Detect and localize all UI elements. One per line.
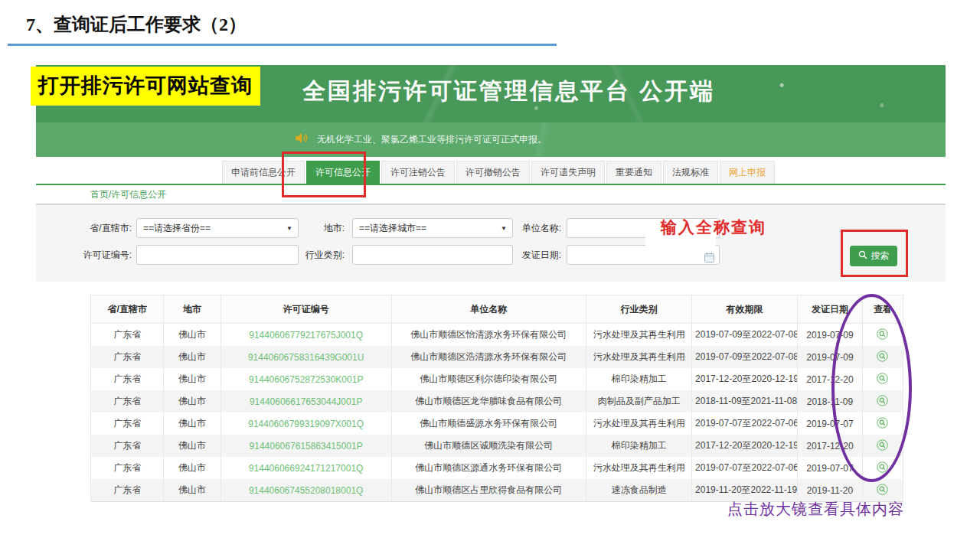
announcement-text: 无机化学工业、聚氯乙烯工业等排污许可证可正式申报。: [317, 133, 547, 146]
chevron-down-icon: ▼: [286, 220, 292, 238]
city-select[interactable]: ==请选择城市==▼: [352, 218, 513, 238]
column-header: 行业类别: [586, 295, 692, 324]
cell-company: 佛山市顺德盛源水务环保有限公司: [391, 412, 586, 435]
cell-company: 佛山市顺德区怡清源水务环保有限公司: [391, 324, 586, 347]
table-row: 广东省佛山市914406067615863415001P佛山市顺德区诚顺洗染有限…: [91, 435, 903, 457]
issue-date-label: 发证日期:: [508, 245, 561, 265]
issue-date-input[interactable]: [567, 245, 720, 265]
province-select[interactable]: ==请选择省份==▼: [136, 218, 299, 238]
table-row: 广东省佛山市91440606617653044J001P佛山市顺德区龙华腊味食品…: [91, 390, 903, 412]
permit-no-link[interactable]: 91440606752872530K001P: [220, 368, 391, 390]
cell-industry: 污水处理及其再生利用: [586, 457, 692, 479]
cell-industry: 棉印染精加工: [586, 368, 692, 390]
cell-validity: 2018-11-09至2021-11-08: [692, 390, 798, 412]
title-underline: [8, 44, 557, 46]
breadcrumb[interactable]: 首页/许可信息公开: [90, 188, 166, 201]
purple-ellipse-view-column: [831, 294, 912, 482]
cell-city: 佛山市: [164, 390, 220, 412]
search-form: 省/直辖市: ==请选择省份==▼ 地市: ==请选择城市==▼ 单位名称: 许…: [36, 205, 946, 282]
cell-industry: 肉制品及副产品加工: [586, 390, 692, 412]
breadcrumb-band: 首页/许可信息公开: [36, 185, 946, 205]
results-table-head: 省/直辖市地市许可证编号单位名称行业类别有效期限发证日期查看: [91, 295, 903, 324]
chevron-down-icon: ▼: [501, 220, 507, 238]
cell-company: 佛山市顺德区龙华腊味食品有限公司: [391, 390, 586, 412]
tab-3[interactable]: 许可撤销公告: [456, 161, 530, 184]
industry-input[interactable]: [352, 245, 513, 265]
cell-province: 广东省: [91, 412, 164, 435]
tab-5[interactable]: 重要通知: [606, 161, 662, 184]
cell-province: 广东省: [91, 324, 164, 347]
speaker-icon: [295, 132, 309, 147]
announcement-bar: 无机化学工业、聚氯乙烯工业等排污许可证可正式申报。: [36, 122, 946, 157]
callout-magnifier: 点击放大镜查看具体内容: [727, 499, 904, 520]
calendar-icon[interactable]: [704, 250, 714, 269]
permit-no-label: 许可证编号:: [55, 245, 132, 265]
permit-no-link[interactable]: 914406067615863415001P: [220, 435, 391, 457]
permit-no-link[interactable]: 91440606799319097X001Q: [220, 412, 391, 435]
cell-city: 佛山市: [164, 435, 220, 457]
table-row: 广东省佛山市914406066924171217001Q佛山市顺德区源通水务环保…: [91, 457, 903, 479]
table-row: 广东省佛山市91440606799319097X001Q佛山市顺德盛源水务环保有…: [91, 412, 903, 435]
cell-province: 广东省: [91, 479, 164, 502]
cell-industry: 棉印染精加工: [586, 435, 692, 457]
red-box-active-tab: [282, 152, 366, 197]
table-row: 广东省佛山市91440606779217675J001Q佛山市顺德区怡清源水务环…: [91, 324, 903, 347]
cell-city: 佛山市: [164, 479, 220, 502]
cell-validity: 2019-07-07至2022-07-06: [692, 457, 798, 479]
portal-title: 全国排污许可证管理信息平台 公开端: [302, 76, 715, 107]
tab-bar: 申请前信息公开许可信息公开许可注销公告许可撤销公告许可遗失声明重要通知法规标准网…: [36, 157, 946, 185]
tab-4[interactable]: 许可遗失声明: [531, 161, 605, 184]
cell-validity: 2017-12-20至2020-12-19: [692, 368, 798, 390]
city-label: 地市:: [299, 218, 345, 238]
table-row: 广东省佛山市91440606758316439G001U佛山市顺德区浩清源水务环…: [91, 346, 903, 368]
column-header: 单位名称: [391, 295, 586, 324]
callout-open-site: 打开排污许可网站查询: [31, 67, 260, 106]
cell-city: 佛山市: [164, 368, 220, 390]
column-header: 有效期限: [692, 295, 798, 324]
results-table: 省/直辖市地市许可证编号单位名称行业类别有效期限发证日期查看 广东省佛山市914…: [90, 295, 903, 502]
cell-validity: 2019-07-07至2022-07-06: [692, 412, 798, 435]
cell-industry: 速冻食品制造: [586, 479, 692, 502]
cell-city: 佛山市: [164, 412, 220, 435]
column-header: 省/直辖市: [91, 295, 164, 324]
cell-province: 广东省: [91, 368, 164, 390]
cell-company: 佛山市顺德区占里欣得食品有限公司: [391, 479, 586, 502]
table-row: 广东省佛山市91440606752872530K001P佛山市顺德区利尔德印染有…: [91, 368, 903, 390]
permit-no-link[interactable]: 91440606617653044J001P: [220, 390, 391, 412]
cell-company: 佛山市顺德区诚顺洗染有限公司: [391, 435, 586, 457]
cell-industry: 污水处理及其再生利用: [586, 346, 692, 368]
cell-validity: 2017-12-20至2020-12-19: [692, 435, 798, 457]
cell-city: 佛山市: [164, 457, 220, 479]
website-screenshot: 全国排污许可证管理信息平台 公开端 无机化学工业、聚氯乙烯工业等排污许可证可正式…: [36, 65, 946, 502]
permit-no-link[interactable]: 91440606758316439G001U: [220, 346, 391, 368]
column-header: 许可证编号: [220, 295, 391, 324]
permit-no-link[interactable]: 914406066924171217001Q: [220, 457, 391, 479]
industry-label: 行业类别:: [299, 245, 345, 265]
cell-validity: 2019-07-09至2022-07-08: [692, 324, 798, 347]
results-table-wrap: 省/直辖市地市许可证编号单位名称行业类别有效期限发证日期查看 广东省佛山市914…: [90, 295, 903, 502]
cell-city: 佛山市: [164, 324, 220, 347]
cell-city: 佛山市: [164, 346, 220, 368]
tab-6[interactable]: 法规标准: [663, 161, 718, 184]
permit-no-input[interactable]: [136, 245, 299, 265]
province-label: 省/直辖市:: [55, 218, 132, 238]
cell-province: 广东省: [91, 435, 164, 457]
table-header-row: 省/直辖市地市许可证编号单位名称行业类别有效期限发证日期查看: [91, 295, 903, 324]
tab-7[interactable]: 网上申报: [720, 161, 775, 184]
slide: 7、查询证后工作要求（2） 全国排污许可证管理信息平台 公开端 无机化学工业、聚…: [0, 0, 980, 551]
tab-2[interactable]: 许可注销公告: [381, 161, 455, 184]
page-title: 7、查询证后工作要求（2）: [26, 12, 247, 37]
red-box-search-button: [841, 230, 908, 277]
column-header: 地市: [164, 295, 220, 324]
company-label: 单位名称:: [508, 218, 561, 238]
callout-full-name: 输入全称查询: [661, 217, 766, 238]
permit-no-link[interactable]: 91440606779217675J001Q: [220, 324, 391, 347]
permit-no-link[interactable]: 914406067455208018001Q: [220, 479, 391, 502]
cell-validity: 2019-07-09至2022-07-08: [692, 346, 798, 368]
cell-industry: 污水处理及其再生利用: [586, 412, 692, 435]
cell-company: 佛山市顺德区源通水务环保有限公司: [391, 457, 586, 479]
cell-province: 广东省: [91, 390, 164, 412]
cell-province: 广东省: [91, 346, 164, 368]
cell-province: 广东省: [91, 457, 164, 479]
results-table-body: 广东省佛山市91440606779217675J001Q佛山市顺德区怡清源水务环…: [91, 324, 903, 502]
